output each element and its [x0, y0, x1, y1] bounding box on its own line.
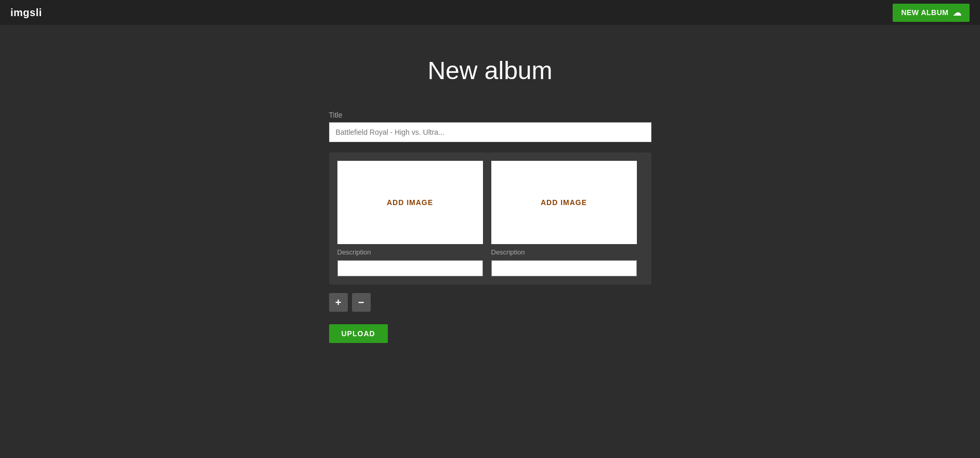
- title-input[interactable]: [329, 122, 651, 142]
- add-image-label-1: ADD IMAGE: [387, 198, 433, 207]
- add-image-placeholder-1[interactable]: ADD IMAGE: [337, 161, 483, 244]
- add-image-label-2: ADD IMAGE: [541, 198, 587, 207]
- navbar: imgsli NEW ALBUM ☁: [0, 0, 980, 25]
- images-panel: ADD IMAGE Description ADD IMAGE Descript…: [329, 152, 651, 285]
- add-image-placeholder-2[interactable]: ADD IMAGE: [491, 161, 637, 244]
- main-content: New album Title ADD IMAGE Description AD…: [0, 25, 980, 343]
- title-label: Title: [329, 111, 651, 119]
- add-image-slot-button[interactable]: +: [329, 293, 348, 312]
- page-title: New album: [427, 56, 552, 85]
- new-album-button[interactable]: NEW ALBUM ☁: [893, 4, 970, 22]
- minus-icon: −: [358, 297, 364, 308]
- image-card-2: ADD IMAGE Description: [491, 161, 637, 276]
- description-label-2: Description: [491, 248, 637, 256]
- description-label-1: Description: [337, 248, 483, 256]
- image-card-1: ADD IMAGE Description: [337, 161, 483, 276]
- description-input-2[interactable]: [491, 260, 637, 276]
- upload-button[interactable]: UPLOAD: [329, 324, 388, 343]
- plus-icon: +: [335, 297, 342, 308]
- remove-image-slot-button[interactable]: −: [352, 293, 371, 312]
- cloud-upload-icon: ☁: [953, 8, 962, 18]
- form-container: Title ADD IMAGE Description ADD IMAGE De…: [329, 111, 651, 343]
- new-album-label: NEW ALBUM: [901, 8, 948, 17]
- brand-logo: imgsli: [10, 7, 42, 19]
- controls-row: + −: [329, 293, 651, 312]
- description-input-1[interactable]: [337, 260, 483, 276]
